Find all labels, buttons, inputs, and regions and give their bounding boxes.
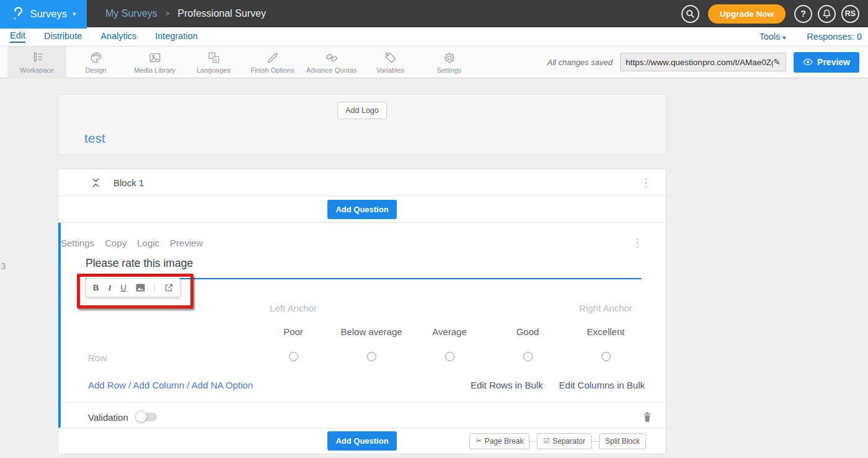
tools-menu[interactable]: Tools ▾: [759, 32, 786, 42]
column-header[interactable]: Poor: [254, 319, 332, 344]
ribbon-item-settings[interactable]: Settings: [420, 47, 479, 78]
preview-button[interactable]: Preview: [794, 52, 859, 73]
radio-button[interactable]: [367, 352, 376, 361]
separator-button[interactable]: ☑ Separator: [537, 433, 591, 449]
add-question-row-top: Add Question: [58, 196, 666, 223]
link-separator: /: [128, 380, 131, 390]
ribbon-item-workspace[interactable]: Workspace: [7, 47, 66, 78]
block-title[interactable]: Block 1: [113, 177, 144, 188]
add-na-option-link[interactable]: Add NA Option: [192, 380, 253, 390]
ribbon-item-design[interactable]: Design: [66, 47, 125, 78]
tab-analytics[interactable]: Analytics: [100, 31, 136, 42]
breadcrumb-my-surveys[interactable]: My Surveys: [105, 8, 157, 19]
format-toolbar: B I U: [86, 278, 180, 297]
survey-editor-canvas: 3 Add Logo test Block 1 ⋮ Add Question S…: [0, 78, 868, 458]
column-header[interactable]: Excellent: [567, 319, 645, 344]
add-column-link[interactable]: Add Column: [133, 380, 185, 390]
ribbon-item-languages[interactable]: * A Languages: [184, 47, 243, 78]
column-header[interactable]: Good: [489, 319, 567, 344]
question-logic-link[interactable]: Logic: [137, 238, 159, 248]
responses-count[interactable]: Responses: 0: [807, 32, 862, 42]
ribbon-toolbar: Workspace Design Media Library * A: [0, 47, 868, 78]
delete-question-trash-icon[interactable]: [642, 411, 652, 423]
question-mark-icon: ?: [800, 9, 806, 19]
radio-button[interactable]: [445, 352, 454, 361]
column-header[interactable]: Below average: [332, 319, 410, 344]
add-question-button-top[interactable]: Add Question: [327, 200, 396, 219]
split-block-button[interactable]: Split Block: [599, 433, 646, 449]
survey-url-field[interactable]: https://www.questionpro.com/t/AMae0Zgn ✎: [620, 53, 786, 71]
survey-title[interactable]: test: [84, 131, 105, 146]
gear-icon: [443, 51, 456, 65]
edit-rows-in-bulk-link[interactable]: Edit Rows in Bulk: [471, 380, 543, 390]
brand-menu-label: Surveys: [30, 8, 67, 20]
upgrade-now-button[interactable]: Upgrade Now: [708, 4, 786, 24]
add-question-button-bottom[interactable]: Add Question: [327, 431, 396, 451]
collapse-block-icon[interactable]: [92, 177, 100, 188]
brand-menu[interactable]: Surveys ▾: [0, 0, 87, 27]
page-break-button[interactable]: ✂ Page Break: [469, 433, 529, 449]
scissors-icon: ✂: [476, 437, 481, 445]
chevron-down-icon: ▾: [73, 10, 76, 18]
toolbar-divider: [154, 282, 155, 294]
footer-controls: ✂ Page Break ☑ Separator Split Block: [469, 433, 646, 449]
question-preview-link[interactable]: Preview: [170, 238, 203, 248]
add-links: Add Row / Add Column / Add NA Option: [88, 380, 253, 390]
questionpro-logo-icon: [11, 6, 24, 22]
radio-button[interactable]: [601, 352, 611, 361]
radio-button[interactable]: [289, 352, 298, 361]
column-header[interactable]: Average: [410, 319, 489, 344]
left-anchor-placeholder[interactable]: Left Anchor: [254, 297, 332, 319]
row-label-placeholder[interactable]: Row: [88, 344, 254, 371]
svg-text:A: A: [214, 56, 217, 62]
tab-distribute[interactable]: Distribute: [44, 31, 82, 42]
italic-button[interactable]: I: [108, 283, 111, 293]
breadcrumb: My Surveys > Professional Survey: [105, 8, 681, 19]
search-icon: [686, 9, 695, 19]
block-card: Block 1 ⋮ Add Question Settings Copy Log…: [58, 169, 666, 454]
edit-columns-in-bulk-link[interactable]: Edit Columns in Bulk: [559, 380, 645, 390]
notifications-button[interactable]: [818, 5, 836, 23]
question-card: Settings Copy Logic Preview ⋮ Please rat…: [58, 223, 666, 428]
insert-link-button[interactable]: [164, 284, 173, 292]
radio-button[interactable]: [523, 352, 533, 361]
validation-row: Validation: [61, 402, 666, 431]
question-actions: Settings Copy Logic Preview ⋮: [61, 223, 666, 248]
breadcrumb-current-survey: Professional Survey: [178, 8, 266, 19]
topbar-actions: Upgrade Now ? RS: [681, 4, 859, 24]
bold-button[interactable]: B: [93, 283, 99, 292]
ribbon-item-finish-options[interactable]: Finish Options: [243, 47, 302, 78]
question-copy-link[interactable]: Copy: [105, 238, 126, 248]
tab-integration[interactable]: Integration: [155, 31, 198, 42]
tabbar-right: Tools ▾ Responses: 0: [759, 32, 862, 42]
question-settings-link[interactable]: Settings: [61, 238, 94, 248]
palette-icon: [89, 51, 103, 65]
chain-link-icon: [325, 51, 339, 65]
insert-image-button[interactable]: [136, 284, 145, 292]
matrix-row: Row: [88, 344, 645, 371]
translate-icon: * A: [207, 51, 221, 65]
help-button[interactable]: ?: [794, 5, 812, 23]
add-row-link[interactable]: Add Row: [88, 380, 126, 390]
block-menu-dots-icon[interactable]: ⋮: [640, 177, 651, 188]
column-headers-row: Poor Below average Average Good Excellen…: [88, 319, 645, 344]
right-anchor-placeholder[interactable]: Right Anchor: [567, 297, 645, 319]
add-logo-button[interactable]: Add Logo: [337, 102, 387, 119]
chevron-down-icon: ▾: [782, 34, 786, 41]
ribbon-item-variables[interactable]: Variables: [361, 47, 420, 78]
bell-icon: [822, 9, 831, 19]
question-menu-dots-icon[interactable]: ⋮: [632, 238, 642, 248]
search-button[interactable]: [681, 5, 699, 23]
avatar-initials: RS: [845, 9, 856, 18]
magic-pen-icon: [266, 51, 280, 65]
ribbon-item-media-library[interactable]: Media Library: [125, 47, 184, 78]
survey-header-card: Add Logo test: [58, 94, 666, 155]
survey-url-value: https://www.questionpro.com/t/AMae0Zgn: [626, 58, 773, 67]
avatar[interactable]: RS: [841, 5, 859, 23]
edit-url-pencil-icon[interactable]: ✎: [773, 57, 781, 67]
tab-edit[interactable]: Edit: [10, 30, 25, 43]
ribbon-item-advance-quotas[interactable]: Advance Quotas: [302, 47, 361, 78]
underline-button[interactable]: U: [120, 283, 126, 292]
validation-toggle[interactable]: [136, 413, 157, 421]
ribbon-right: All changes saved https://www.questionpr…: [547, 52, 859, 73]
